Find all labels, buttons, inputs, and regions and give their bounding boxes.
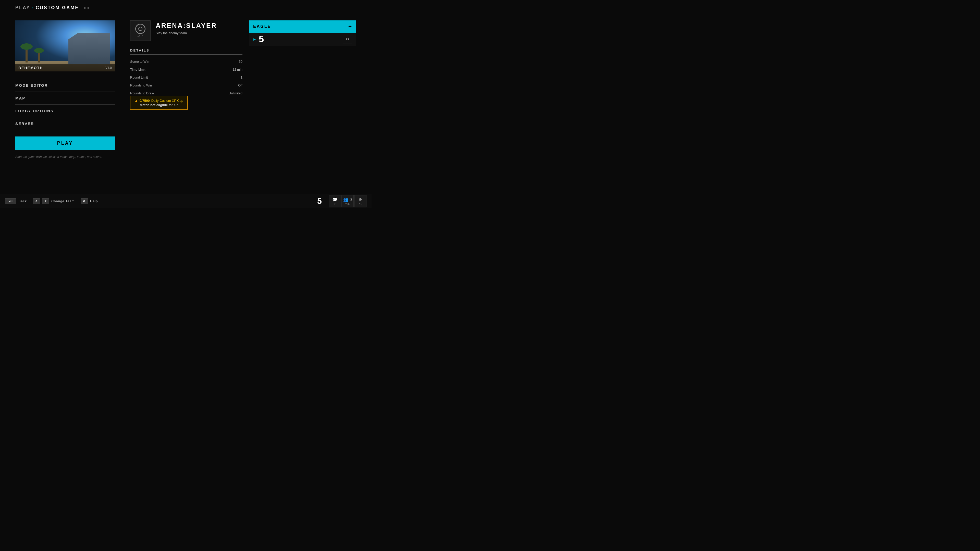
- team-emblem-icon: ✦: [348, 24, 352, 30]
- detail-row-rounds-to-win: Rounds to Win Off: [130, 81, 242, 89]
- change-team-label: Change Team: [51, 199, 75, 203]
- detail-label-round-limit: Round Limit: [130, 76, 148, 79]
- play-button-label: PLAY: [57, 141, 73, 146]
- detail-label-time: Time Limit: [130, 68, 145, 71]
- play-button[interactable]: PLAY: [15, 137, 115, 150]
- map-image: BEHEMOTH V1.0: [15, 21, 115, 71]
- details-section: DETAILS Score to Win 50 Time Limit 12 mi…: [130, 48, 242, 97]
- mode-icon-circle: [135, 24, 145, 34]
- team-players-row: ▶ 5 ↺: [249, 33, 356, 46]
- settings-button[interactable]: ⚙ F1: [354, 195, 366, 207]
- bottom-score: 5: [314, 197, 325, 206]
- detail-label-rounds-to-win: Rounds to Win: [130, 83, 152, 87]
- chat-key: Y: [334, 203, 336, 205]
- detail-value-rounds-to-draw: Unlimited: [229, 91, 242, 95]
- bottom-bar: ◄━ Back 0 E Change Team G Help 5 💬 Y 👥 0…: [0, 194, 372, 208]
- mode-details: ARENA:SLAYER Slay the enemy team.: [156, 22, 217, 35]
- warning-triangle-icon: ▲: [135, 98, 138, 103]
- settings-icon: ⚙: [359, 197, 362, 202]
- menu-item-mode-editor-label: MODE EDITOR: [15, 83, 48, 87]
- play-hint: Start the game with the selected mode, m…: [15, 155, 143, 159]
- help-label: Help: [90, 199, 98, 203]
- header: PLAY › CUSTOM GAME: [15, 5, 89, 11]
- change-team-action: 0 E Change Team: [33, 198, 75, 204]
- refresh-team-button[interactable]: ↺: [343, 35, 352, 44]
- back-key-button: ◄━: [5, 198, 16, 204]
- mode-icon-container: v1.0: [130, 21, 151, 41]
- header-dot-2: [88, 7, 89, 9]
- detail-row-round-limit: Round Limit 1: [130, 73, 242, 81]
- menu-item-map[interactable]: MAP: [15, 92, 115, 105]
- back-action: ◄━ Back: [5, 198, 27, 204]
- header-play-label: PLAY: [15, 5, 30, 11]
- help-key-g: G: [81, 198, 88, 204]
- map-label-container: BEHEMOTH V1.0: [15, 64, 115, 71]
- team-header: EAGLE ✦: [249, 21, 356, 33]
- team-panel: EAGLE ✦ ▶ 5 ↺: [249, 21, 356, 46]
- detail-label-rounds-to-draw: Rounds to Draw: [130, 91, 154, 95]
- bottom-right: 5 💬 Y 👥 0 Tab ⚙ F1: [314, 195, 366, 207]
- change-team-key-0: 0: [33, 198, 40, 204]
- change-team-key-e: E: [42, 198, 49, 204]
- details-header: DETAILS: [130, 48, 242, 55]
- player-count: 5: [259, 34, 264, 44]
- map-name: BEHEMOTH: [18, 66, 43, 70]
- detail-row-time: Time Limit 12 min: [130, 65, 242, 73]
- menu-item-lobby-options-label: LOBBY OPTIONS: [15, 109, 54, 113]
- menu-section: MODE EDITOR MAP LOBBY OPTIONS SERVER: [15, 79, 115, 130]
- team-name: EAGLE: [253, 24, 271, 29]
- detail-value-rounds-to-win: Off: [238, 83, 242, 87]
- detail-value-time: 12 min: [232, 68, 242, 71]
- menu-item-map-label: MAP: [15, 96, 25, 100]
- xp-cap-amount: 0/7500: [140, 99, 150, 103]
- header-dot-1: [84, 7, 86, 9]
- bottom-actions: ◄━ Back 0 E Change Team G Help: [5, 198, 98, 204]
- back-label: Back: [18, 199, 27, 203]
- map-palm-2: [38, 51, 40, 62]
- xp-not-eligible-text: for XP: [169, 103, 178, 107]
- detail-row-score: Score to Win 50: [130, 58, 242, 65]
- refresh-icon: ↺: [346, 37, 349, 41]
- detail-label-score: Score to Win: [130, 60, 149, 64]
- chat-button[interactable]: 💬 Y: [329, 195, 341, 207]
- chat-icon: 💬: [332, 197, 337, 202]
- mode-icon-inner: [138, 27, 142, 31]
- mode-icon-version: v1.0: [138, 35, 143, 38]
- menu-item-server-label: SERVER: [15, 121, 34, 126]
- detail-value-score: 50: [239, 60, 242, 64]
- menu-item-mode-editor[interactable]: MODE EDITOR: [15, 79, 115, 92]
- map-version: V1.0: [105, 66, 112, 70]
- xp-warning-line1: ▲ 0/7500 Daily Custom XP Cap: [135, 98, 183, 103]
- players-button[interactable]: 👥 0 Tab: [342, 195, 354, 207]
- menu-item-server[interactable]: SERVER: [15, 118, 115, 130]
- players-icon: 👥 0: [343, 197, 352, 202]
- xp-cap-label: Daily Custom XP Cap: [151, 99, 183, 103]
- player-arrow-icon: ▶: [253, 38, 256, 41]
- menu-item-lobby-options[interactable]: LOBBY OPTIONS: [15, 105, 115, 118]
- help-action: G Help: [81, 198, 98, 204]
- map-scene: [15, 21, 115, 71]
- xp-warning-line2: Match not eligible for XP: [135, 103, 183, 107]
- header-arrow: ›: [32, 6, 33, 10]
- left-border: [10, 0, 10, 208]
- bottom-icon-buttons: 💬 Y 👥 0 Tab ⚙ F1: [329, 195, 366, 207]
- map-structure: [64, 33, 110, 64]
- header-dots: [84, 7, 89, 9]
- xp-not-eligible-bold: Match not eligible: [140, 103, 168, 107]
- detail-value-round-limit: 1: [241, 76, 242, 79]
- map-palm-1: [25, 47, 27, 62]
- mode-title: ARENA:SLAYER: [156, 22, 217, 30]
- mode-subtitle: Slay the enemy team.: [156, 31, 217, 35]
- players-key: Tab: [345, 203, 350, 205]
- header-title: CUSTOM GAME: [36, 5, 79, 11]
- settings-key: F1: [359, 203, 362, 205]
- xp-warning: ▲ 0/7500 Daily Custom XP Cap Match not e…: [130, 96, 188, 110]
